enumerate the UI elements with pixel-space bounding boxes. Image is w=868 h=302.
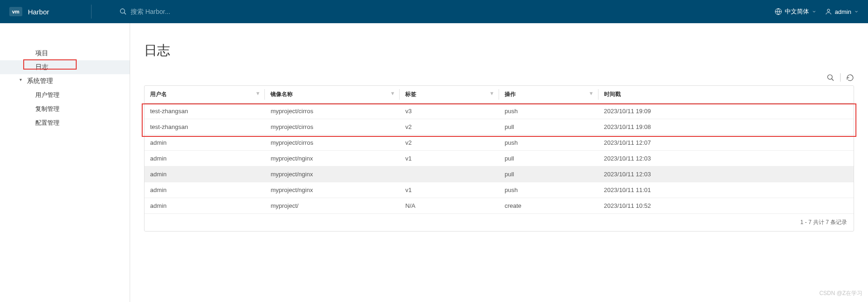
- sidebar-item-users[interactable]: 用户管理: [0, 88, 130, 102]
- column-header-timestamp[interactable]: 时间戳: [598, 86, 854, 103]
- cell-user: test-zhangsan: [145, 119, 265, 135]
- cell-user: admin: [145, 182, 265, 198]
- cell-image: myproject/nginx: [265, 182, 400, 198]
- cell-tag: v1: [400, 151, 499, 167]
- search-icon: [119, 8, 127, 15]
- cell-image: myproject/nginx: [265, 167, 400, 182]
- app-name: Harbor: [28, 8, 49, 16]
- toolbar: [144, 73, 854, 82]
- cell-time: 2023/10/11 12:07: [598, 135, 854, 151]
- svg-line-6: [832, 78, 834, 80]
- chevron-down-icon: [854, 9, 859, 14]
- watermark: CSDN @Z在学习: [819, 289, 862, 297]
- refresh-icon[interactable]: [846, 74, 854, 82]
- chevron-down-icon: [812, 9, 816, 14]
- filter-icon[interactable]: ▼: [589, 90, 594, 96]
- user-label: admin: [835, 8, 851, 15]
- page-title: 日志: [144, 42, 854, 59]
- sidebar-item-logs[interactable]: 日志: [0, 60, 130, 74]
- cell-time: 2023/10/11 12:03: [598, 151, 854, 167]
- cell-time: 2023/10/11 19:08: [598, 119, 854, 135]
- language-label: 中文简体: [785, 7, 809, 16]
- sidebar: 项目 日志 ▾ 系统管理 用户管理 复制管理 配置管理: [0, 23, 130, 302]
- table-row[interactable]: adminmyproject/nginxv1pull2023/10/11 12:…: [145, 151, 854, 167]
- svg-point-4: [827, 9, 829, 12]
- content: 日志 用户名▼ 镜像名称▼ 标签▼ 操作▼ 时间戳: [130, 23, 868, 302]
- cell-user: admin: [145, 167, 265, 182]
- cell-op: create: [499, 198, 598, 214]
- table-row[interactable]: test-zhangsanmyproject/cirrosv2pull2023/…: [145, 119, 854, 135]
- user-menu[interactable]: admin: [825, 8, 859, 15]
- filter-icon[interactable]: ▼: [390, 90, 395, 96]
- sidebar-item-config[interactable]: 配置管理: [0, 116, 130, 130]
- table-row[interactable]: adminmyproject/N/Acreate2023/10/11 10:52: [145, 198, 854, 214]
- logo: vm: [9, 7, 22, 16]
- cell-image: myproject/cirros: [265, 103, 400, 119]
- cell-op: push: [499, 135, 598, 151]
- cell-image: myproject/cirros: [265, 135, 400, 151]
- cell-tag: v1: [400, 182, 499, 198]
- globe-icon: [775, 8, 782, 15]
- cell-op: push: [499, 182, 598, 198]
- cell-user: test-zhangsan: [145, 103, 265, 119]
- svg-point-5: [828, 75, 832, 79]
- search-wrap: [119, 8, 775, 15]
- cell-time: 2023/10/11 19:09: [598, 103, 854, 119]
- cell-op: pull: [499, 119, 598, 135]
- language-selector[interactable]: 中文简体: [775, 7, 816, 16]
- log-table: 用户名▼ 镜像名称▼ 标签▼ 操作▼ 时间戳 test-zhangsanmypr…: [144, 85, 854, 231]
- table-row[interactable]: adminmyproject/nginxv1push2023/10/11 11:…: [145, 182, 854, 198]
- column-header-image[interactable]: 镜像名称▼: [265, 86, 400, 103]
- sidebar-item-replication[interactable]: 复制管理: [0, 102, 130, 116]
- table-row[interactable]: adminmyproject/cirrosv2push2023/10/11 12…: [145, 135, 854, 151]
- svg-line-1: [124, 13, 126, 14]
- filter-icon[interactable]: ▼: [489, 90, 494, 96]
- header: vm Harbor 中文简体 admin: [0, 0, 868, 23]
- cell-tag: N/A: [400, 198, 499, 214]
- layout: 项目 日志 ▾ 系统管理 用户管理 复制管理 配置管理 日志: [0, 23, 868, 302]
- cell-op: push: [499, 103, 598, 119]
- user-icon: [825, 8, 832, 15]
- cell-user: admin: [145, 198, 265, 214]
- column-header-operation[interactable]: 操作▼: [499, 86, 598, 103]
- search-icon[interactable]: [827, 74, 835, 82]
- cell-op: pull: [499, 151, 598, 167]
- sidebar-group-label: 系统管理: [27, 77, 53, 84]
- table-row[interactable]: adminmyproject/nginxpull2023/10/11 12:03: [145, 167, 854, 182]
- table-row[interactable]: test-zhangsanmyproject/cirrosv3push2023/…: [145, 103, 854, 119]
- filter-icon[interactable]: ▼: [256, 90, 261, 96]
- column-header-user[interactable]: 用户名▼: [145, 86, 265, 103]
- cell-tag: v2: [400, 119, 499, 135]
- sidebar-item-projects[interactable]: 项目: [0, 46, 130, 60]
- table-header-row: 用户名▼ 镜像名称▼ 标签▼ 操作▼ 时间戳: [145, 86, 854, 103]
- search-input[interactable]: [131, 8, 224, 15]
- toolbar-divider: [840, 73, 841, 82]
- cell-image: myproject/cirros: [265, 119, 400, 135]
- cell-user: admin: [145, 135, 265, 151]
- chevron-down-icon: ▾: [20, 77, 22, 82]
- cell-time: 2023/10/11 12:03: [598, 167, 854, 182]
- cell-tag: v3: [400, 103, 499, 119]
- svg-point-0: [120, 9, 125, 13]
- column-header-tag[interactable]: 标签▼: [400, 86, 499, 103]
- cell-time: 2023/10/11 10:52: [598, 198, 854, 214]
- cell-image: myproject/: [265, 198, 400, 214]
- header-right: 中文简体 admin: [775, 7, 859, 16]
- cell-op: pull: [499, 167, 598, 182]
- cell-time: 2023/10/11 11:01: [598, 182, 854, 198]
- sidebar-group-system[interactable]: ▾ 系统管理: [0, 74, 130, 88]
- cell-tag: [400, 167, 499, 182]
- table-footer: 1 - 7 共计 7 条记录: [145, 214, 854, 231]
- cell-image: myproject/nginx: [265, 151, 400, 167]
- cell-user: admin: [145, 151, 265, 167]
- cell-tag: v2: [400, 135, 499, 151]
- header-divider: [91, 5, 92, 19]
